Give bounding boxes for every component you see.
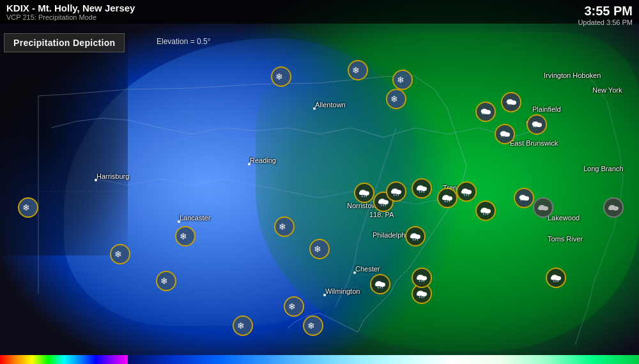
svg-point-108 — [613, 206, 619, 211]
svg-point-67 — [481, 209, 485, 213]
weather-icon-rain — [475, 201, 496, 221]
weather-icon-mix: * * — [501, 92, 521, 112]
svg-rect-21 — [364, 195, 364, 197]
svg-text:❄: ❄ — [275, 72, 283, 82]
svg-rect-39 — [421, 191, 422, 193]
svg-text:* *: * * — [533, 126, 537, 130]
weather-icon-rain — [412, 178, 432, 199]
svg-rect-74 — [464, 194, 465, 196]
svg-point-55 — [417, 277, 421, 280]
svg-rect-69 — [485, 213, 486, 215]
weather-icon-snow: ❄ — [18, 197, 38, 218]
svg-point-43 — [442, 197, 447, 200]
header-right: 3:55 PM Updated 3:56 PM — [578, 4, 633, 26]
svg-text:❄: ❄ — [288, 302, 296, 312]
svg-text:❄: ❄ — [279, 222, 286, 232]
svg-point-102 — [523, 196, 529, 201]
city-dot — [323, 294, 326, 296]
svg-rect-63 — [380, 287, 380, 289]
reflectivity-scale — [0, 355, 128, 364]
svg-point-85 — [551, 277, 555, 280]
svg-point-48 — [421, 292, 427, 296]
svg-rect-62 — [378, 287, 378, 289]
svg-point-105 — [543, 206, 548, 211]
svg-point-54 — [421, 276, 427, 280]
weather-icon-snow: ❄ — [303, 315, 323, 336]
map-borders — [0, 0, 639, 364]
svg-point-79 — [410, 235, 415, 238]
svg-text:❄: ❄ — [160, 277, 168, 286]
svg-rect-45 — [447, 201, 447, 202]
svg-rect-56 — [419, 280, 420, 282]
station-title: KDIX - Mt. Holly, New Jersey — [6, 3, 633, 13]
svg-point-36 — [421, 186, 427, 191]
svg-point-37 — [417, 187, 421, 190]
svg-text:* *: * * — [507, 103, 511, 107]
svg-point-99 — [536, 123, 542, 127]
weather-icon-snow: ❄ — [233, 315, 253, 336]
svg-point-30 — [396, 190, 401, 194]
svg-text:❄: ❄ — [397, 75, 404, 85]
svg-point-24 — [383, 200, 389, 204]
svg-point-73 — [461, 190, 466, 193]
weather-icon-mix: * * — [514, 188, 534, 208]
weather-icon-rain — [437, 188, 458, 208]
weather-icon-rain — [546, 268, 566, 288]
svg-point-106 — [538, 207, 543, 210]
weather-icon-rain — [456, 181, 477, 202]
weather-icon-grey — [603, 197, 624, 218]
svg-point-60 — [380, 282, 385, 287]
city-dot — [248, 163, 250, 165]
weather-icon-mix: * * — [475, 102, 496, 122]
weather-icon-grey — [533, 197, 553, 218]
svg-text:❄: ❄ — [22, 203, 30, 213]
svg-rect-75 — [466, 194, 466, 196]
svg-rect-81 — [415, 239, 415, 241]
svg-text:❄: ❄ — [237, 321, 245, 331]
svg-point-19 — [359, 192, 364, 195]
svg-point-96 — [504, 132, 510, 137]
updated-text: Updated 3:56 PM — [578, 19, 633, 26]
svg-rect-34 — [398, 194, 399, 196]
svg-rect-46 — [449, 201, 450, 202]
svg-text:❄: ❄ — [390, 95, 398, 104]
svg-rect-26 — [381, 204, 381, 206]
svg-point-42 — [447, 196, 452, 201]
svg-rect-87 — [555, 280, 556, 282]
svg-rect-33 — [396, 194, 396, 196]
svg-rect-28 — [385, 204, 386, 206]
weather-icon-rain — [386, 181, 406, 202]
svg-text:* *: * * — [482, 113, 486, 117]
map-container: KDIX - Mt. Holly, New Jersey VCP 215: Pr… — [0, 0, 639, 364]
svg-rect-40 — [424, 191, 424, 193]
svg-text:❄: ❄ — [180, 232, 187, 241]
svg-point-90 — [485, 110, 491, 114]
svg-point-66 — [485, 209, 491, 213]
weather-icon-snow: ❄ — [348, 60, 368, 80]
svg-text:❄: ❄ — [352, 66, 360, 75]
svg-rect-70 — [488, 213, 488, 215]
svg-rect-20 — [362, 195, 362, 197]
city-dot — [178, 220, 180, 223]
elevation-label: Elevation = 0.5° — [157, 37, 211, 46]
svg-rect-86 — [553, 280, 554, 282]
weather-icon-snow: ❄ — [110, 244, 130, 264]
weather-icon-mix: * * — [495, 124, 515, 144]
time-display: 3:55 PM — [578, 4, 633, 19]
svg-rect-57 — [421, 280, 422, 282]
weather-icon-snow: ❄ — [274, 216, 295, 237]
svg-text:* *: * * — [520, 199, 524, 203]
city-dot — [353, 271, 356, 274]
svg-point-61 — [375, 283, 380, 286]
svg-text:❄: ❄ — [314, 245, 321, 254]
weather-icon-mix: * * — [527, 114, 547, 135]
weather-icon-snow: ❄ — [284, 296, 304, 317]
svg-rect-58 — [424, 280, 424, 282]
weather-icon-snow: ❄ — [271, 66, 291, 87]
svg-point-93 — [511, 100, 516, 105]
svg-rect-64 — [382, 287, 383, 289]
svg-point-18 — [364, 191, 369, 195]
svg-rect-88 — [558, 280, 558, 282]
weather-icon-rain — [405, 226, 426, 246]
svg-rect-44 — [445, 201, 445, 202]
